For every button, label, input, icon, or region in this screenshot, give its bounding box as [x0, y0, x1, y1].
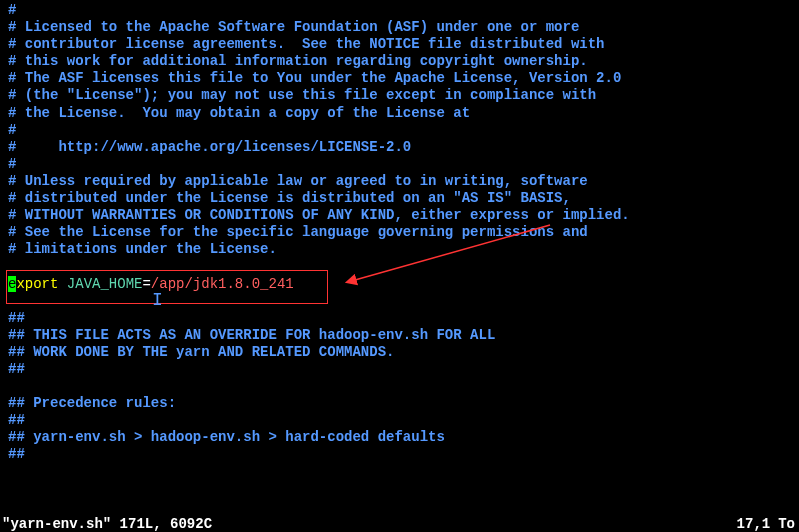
code-line	[0, 378, 799, 395]
path-value: /app/jdk1.8.0_241	[151, 276, 294, 292]
code-line: #	[0, 122, 799, 139]
code-line: ## WORK DONE BY THE yarn AND RELATED COM…	[0, 344, 799, 361]
vim-status-bar: "yarn-env.sh" 171L, 6092C 17,1 To	[0, 516, 799, 532]
code-line: # http://www.apache.org/licenses/LICENSE…	[0, 139, 799, 156]
code-line	[0, 293, 799, 310]
code-line: # contributor license agreements. See th…	[0, 36, 799, 53]
code-line: ## Precedence rules:	[0, 395, 799, 412]
code-line: # (the "License"); you may not use this …	[0, 87, 799, 104]
code-line	[0, 258, 799, 275]
code-line: # Licensed to the Apache Software Founda…	[0, 19, 799, 36]
code-line: ##	[0, 446, 799, 463]
code-line: # Unless required by applicable law or a…	[0, 173, 799, 190]
code-line: #	[0, 156, 799, 173]
status-cursor-position: 17,1	[737, 516, 779, 532]
code-line: ## THIS FILE ACTS AS AN OVERRIDE FOR had…	[0, 327, 799, 344]
code-line: ##	[0, 412, 799, 429]
code-line: # WITHOUT WARRANTIES OR CONDITIONS OF AN…	[0, 207, 799, 224]
code-line: ## yarn-env.sh > hadoop-env.sh > hard-co…	[0, 429, 799, 446]
variable-name: JAVA_HOME	[67, 276, 143, 292]
terminal-editor[interactable]: # # Licensed to the Apache Software Foun…	[0, 0, 799, 464]
status-scroll-indicator: To	[778, 516, 799, 532]
code-line: # the License. You may obtain a copy of …	[0, 105, 799, 122]
equals-sign: =	[142, 276, 150, 292]
code-line: # distributed under the License is distr…	[0, 190, 799, 207]
export-keyword: xport	[16, 276, 66, 292]
status-filename: "yarn-env.sh" 171L, 6092C	[2, 516, 212, 532]
code-line: # limitations under the License.	[0, 241, 799, 258]
code-line: #	[0, 2, 799, 19]
code-line: # The ASF licenses this file to You unde…	[0, 70, 799, 87]
code-line: ##	[0, 361, 799, 378]
code-line: ##	[0, 310, 799, 327]
code-line: # this work for additional information r…	[0, 53, 799, 70]
export-line: export JAVA_HOME=/app/jdk1.8.0_241	[0, 276, 799, 293]
code-line: # See the License for the specific langu…	[0, 224, 799, 241]
